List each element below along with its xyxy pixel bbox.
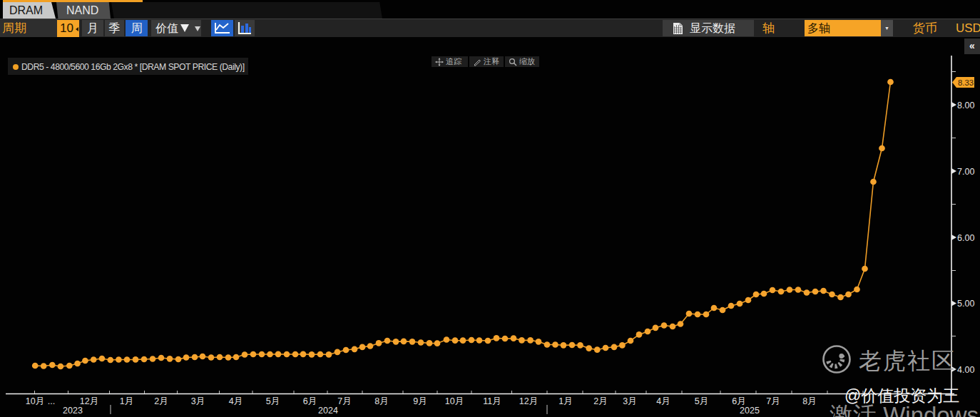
svg-text:4月: 4月 (656, 396, 670, 406)
svg-text:2月: 2月 (154, 396, 168, 406)
svg-text:9月: 9月 (413, 396, 427, 406)
svg-text:8月: 8月 (802, 396, 816, 406)
svg-text:7.00: 7.00 (957, 167, 974, 177)
svg-text:12月: 12月 (80, 396, 98, 406)
svg-text:2023: 2023 (63, 406, 83, 416)
svg-text:6月: 6月 (303, 396, 317, 406)
svg-text:...: ... (48, 396, 55, 406)
svg-text:3月: 3月 (623, 396, 636, 406)
svg-text:8.00: 8.00 (957, 101, 974, 110)
svg-text:8月: 8月 (374, 396, 388, 406)
svg-text:10月: 10月 (445, 396, 464, 406)
svg-text:4月: 4月 (229, 396, 243, 406)
svg-text:7月: 7月 (337, 396, 351, 406)
svg-text:2025: 2025 (740, 406, 760, 416)
svg-text:10月: 10月 (26, 396, 44, 406)
svg-text:4.00: 4.00 (957, 365, 974, 375)
svg-text:1月: 1月 (558, 396, 572, 406)
svg-text:5月: 5月 (695, 396, 708, 406)
svg-text:5月: 5月 (266, 396, 280, 406)
svg-text:2月: 2月 (593, 396, 607, 406)
svg-text:5.00: 5.00 (957, 299, 974, 309)
svg-text:12月: 12月 (519, 396, 538, 406)
svg-text:8.33: 8.33 (958, 78, 974, 87)
svg-text:1月: 1月 (120, 396, 133, 406)
svg-text:11月: 11月 (483, 396, 501, 406)
svg-text:3月: 3月 (191, 396, 205, 406)
svg-text:6月: 6月 (732, 396, 745, 406)
svg-text:2024: 2024 (318, 406, 338, 416)
svg-text:6.00: 6.00 (957, 233, 974, 243)
svg-text:7月: 7月 (766, 396, 780, 406)
